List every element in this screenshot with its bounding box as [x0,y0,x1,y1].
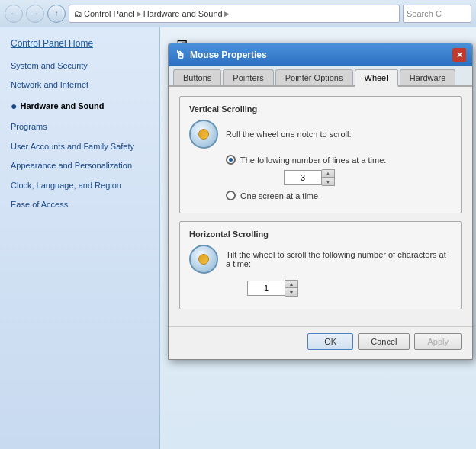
tab-wheel[interactable]: Wheel [355,69,398,87]
cancel-button[interactable]: Cancel [358,333,410,350]
radio-screen-button[interactable] [226,191,236,200]
dialog-titlebar: 🖱 Mouse Properties ✕ [169,43,472,66]
dialog-tabs: Buttons Pointers Pointer Options Wheel H… [169,66,472,87]
breadcrumb-cp: Control Panel [84,9,135,18]
sidebar-item-user-accounts[interactable]: User Accounts and Family Safety [0,137,159,156]
breadcrumb-sep2: ▶ [224,10,230,18]
radio-screen-label: One screen at a time [240,191,318,200]
sidebar-item-hardware-sound[interactable]: ● Hardware and Sound [0,95,159,118]
breadcrumb-sep1: ▶ [137,10,142,18]
dialog-content: Vertical Scrolling Roll the wheel one no… [169,87,472,326]
lines-spinner-up[interactable]: ▲ [322,170,334,178]
vertical-scrolling-section: Vertical Scrolling Roll the wheel one no… [179,96,462,213]
dialog-footer: OK Cancel Apply [169,326,472,359]
search-box[interactable]: Search C [403,5,471,23]
lines-spinner-down[interactable]: ▼ [322,178,334,185]
radio-lines-row: The following number of lines at a time: [226,155,452,165]
lines-spinner: ▲ ▼ [284,169,452,186]
sidebar-item-appearance[interactable]: Appearance and Personalization [0,156,159,175]
apply-button[interactable]: Apply [414,333,462,350]
main-layout: Control Panel Home System and Security N… [0,27,476,449]
horizontal-scroll-wheel-inner [198,254,209,265]
forward-button[interactable]: → [26,5,44,23]
horizontal-scrolling-section: Horizontal Scrolling Tilt the wheel to s… [179,221,462,309]
horizontal-scrolling-title: Horizontal Scrolling [189,229,452,239]
chars-input[interactable] [247,281,285,296]
dialog-close-button[interactable]: ✕ [452,48,466,62]
chars-spinner-buttons: ▲ ▼ [285,280,298,297]
sidebar: Control Panel Home System and Security N… [0,27,160,449]
sidebar-item-system-security[interactable]: System and Security [0,56,159,75]
chars-spinner-up[interactable]: ▲ [285,281,298,288]
radio-lines-button[interactable] [226,155,236,165]
address-bar: ← → ↑ 🗂 Control Panel ▶ Hardware and Sou… [0,0,476,27]
vertical-scrolling-title: Vertical Scrolling [189,104,452,114]
tab-buttons[interactable]: Buttons [173,69,221,85]
sidebar-item-network-internet[interactable]: Network and Internet [0,75,159,95]
chars-spinner: ▲ ▼ [247,280,452,297]
sidebar-item-ease-access[interactable]: Ease of Access [0,195,159,214]
lines-input[interactable] [284,170,322,185]
sidebar-item-clock-language[interactable]: Clock, Language, and Region [0,176,159,195]
radio-lines-label: The following number of lines at a time: [240,156,386,165]
vertical-scroll-icon-row: Roll the wheel one notch to scroll: [189,120,452,149]
sidebar-home[interactable]: Control Panel Home [0,34,159,56]
horizontal-scroll-icon-row: Tilt the wheel to scroll the following n… [189,245,452,274]
tab-pointer-options[interactable]: Pointer Options [275,69,353,85]
horizontal-scroll-label: Tilt the wheel to scroll the following n… [226,250,452,268]
vertical-scroll-label: Roll the wheel one notch to scroll: [226,130,351,139]
vertical-scroll-icon [189,120,218,149]
ok-button[interactable]: OK [307,333,353,350]
lines-spinner-buttons: ▲ ▼ [322,169,335,186]
mouse-properties-dialog: 🖱 Mouse Properties ✕ Buttons Pointers Po… [168,43,473,360]
radio-screen-row: One screen at a time [226,191,452,200]
tab-pointers[interactable]: Pointers [223,69,273,85]
breadcrumb-hs: Hardware and Sound [143,9,223,18]
active-bullet: ● [11,99,17,114]
vertical-radio-group: The following number of lines at a time:… [226,155,452,200]
dialog-title-group: 🖱 Mouse Properties [175,49,267,61]
horizontal-scroll-icon [189,245,218,274]
back-button[interactable]: ← [5,5,23,23]
dialog-title-text: Mouse Properties [190,50,267,60]
dialog-title-icon: 🖱 [175,49,185,61]
sidebar-item-hardware-label: Hardware and Sound [20,101,104,112]
scroll-wheel-inner [198,129,209,140]
content-area: 🖥 Devices and Printers Add a device | Ad… [160,27,476,449]
sidebar-item-programs[interactable]: Programs [0,117,159,136]
chars-spinner-down[interactable]: ▼ [285,288,298,296]
search-placeholder: Search C [407,9,442,18]
breadcrumb[interactable]: 🗂 Control Panel ▶ Hardware and Sound ▶ [69,5,400,23]
breadcrumb-folder-icon: 🗂 [74,9,82,18]
up-button[interactable]: ↑ [47,5,66,23]
tab-hardware[interactable]: Hardware [400,69,456,85]
